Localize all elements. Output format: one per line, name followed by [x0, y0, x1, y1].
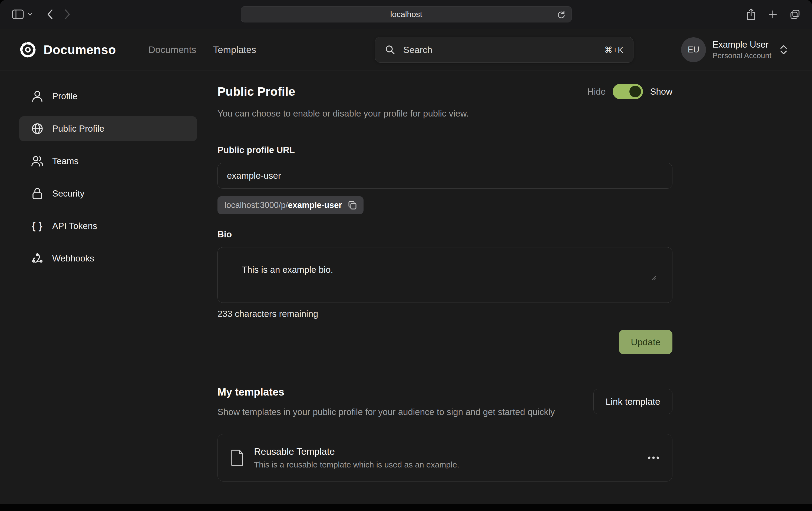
bio-textarea[interactable]: This is an example bio.: [218, 247, 672, 303]
globe-icon: [31, 123, 44, 134]
copy-icon[interactable]: [348, 201, 356, 210]
lock-icon: [31, 188, 44, 200]
top-nav: Documents Templates: [148, 44, 256, 55]
browser-toolbar: localhost: [0, 0, 812, 29]
toggle-knob: [630, 86, 641, 97]
nav-documents[interactable]: Documents: [148, 44, 196, 55]
chevrons-up-down-icon: [780, 44, 788, 55]
address-bar[interactable]: localhost: [241, 6, 572, 23]
sidebar-item-label: Webhooks: [52, 253, 94, 264]
my-templates-description: Show templates in your public profile fo…: [218, 405, 555, 419]
forward-button[interactable]: [64, 9, 70, 20]
bio-label: Bio: [218, 229, 672, 240]
profile-url-input[interactable]: [218, 163, 672, 189]
sidebar-item-public-profile[interactable]: Public Profile: [19, 116, 197, 141]
reload-icon[interactable]: [556, 10, 566, 20]
toggle-show-label: Show: [650, 87, 672, 97]
public-profile-panel: Public Profile Hide Show You can choose …: [218, 84, 672, 482]
account-menu[interactable]: EU Example User Personal Account: [681, 37, 788, 62]
nav-templates[interactable]: Templates: [213, 44, 256, 55]
page-subtitle: You can choose to enable or disable your…: [218, 109, 672, 119]
search-placeholder: Search: [403, 44, 433, 55]
search-input[interactable]: Search ⌘+K: [375, 37, 634, 63]
sidebar-item-label: Profile: [52, 91, 78, 101]
brand-logo[interactable]: Documenso: [19, 41, 116, 58]
profile-url-preview: localhost:3000/p/example-user: [218, 196, 364, 214]
sidebar-item-label: API Tokens: [52, 221, 97, 231]
chevron-down-icon[interactable]: [28, 13, 32, 16]
sidebar-item-teams[interactable]: Teams: [19, 149, 197, 174]
profile-visibility-toggle[interactable]: [613, 84, 643, 99]
sidebar-item-label: Public Profile: [52, 124, 105, 134]
sidebar-item-profile[interactable]: Profile: [19, 84, 197, 109]
browser-window: localhost Documenso Documents: [0, 0, 812, 511]
braces-icon: { }: [31, 220, 44, 232]
search-icon: [385, 44, 395, 55]
url-prefix: localhost:3000/p/: [225, 200, 288, 210]
webhook-icon: [31, 252, 44, 264]
template-card: Reusable Template This is a reusable tem…: [218, 434, 672, 482]
avatar: EU: [681, 37, 706, 62]
search-shortcut-badge: ⌘+K: [604, 45, 624, 55]
tabs-overview-icon[interactable]: [790, 9, 800, 20]
toggle-hide-label: Hide: [587, 87, 606, 97]
sidebar-item-label: Teams: [52, 156, 79, 166]
address-bar-url: localhost: [390, 10, 422, 19]
user-icon: [31, 90, 44, 102]
share-icon[interactable]: [747, 8, 756, 20]
sidebar-panel-icon[interactable]: [12, 9, 24, 19]
account-type: Personal Account: [713, 51, 772, 60]
link-template-button[interactable]: Link template: [593, 389, 672, 414]
brand-name: Documenso: [44, 42, 116, 57]
characters-remaining: 233 characters remaining: [218, 309, 672, 319]
window-bottom-edge: [0, 504, 812, 511]
update-button[interactable]: Update: [619, 330, 672, 354]
app-header: Documenso Documents Templates Search ⌘+K…: [0, 29, 812, 71]
back-button[interactable]: [47, 9, 53, 20]
bio-text: This is an example bio.: [242, 265, 333, 275]
sidebar-item-label: Security: [52, 188, 84, 199]
profile-visibility-toggle-group: Hide Show: [587, 84, 672, 99]
file-icon: [230, 449, 244, 466]
new-tab-icon[interactable]: [768, 10, 777, 19]
ellipsis-menu-button[interactable]: [647, 456, 660, 460]
page-title: Public Profile: [218, 85, 295, 99]
profile-url-label: Public profile URL: [218, 145, 672, 155]
url-slug: example-user: [288, 200, 342, 210]
resize-handle[interactable]: [651, 254, 670, 301]
sidebar-item-api-tokens[interactable]: { } API Tokens: [19, 214, 197, 238]
users-icon: [31, 155, 44, 167]
my-templates-title: My templates: [218, 386, 555, 398]
sidebar-item-security[interactable]: Security: [19, 181, 197, 206]
template-description: This is a reusable template which is use…: [254, 460, 459, 469]
settings-sidebar: Profile Public Profile Teams Security { …: [19, 84, 197, 271]
sidebar-item-webhooks[interactable]: Webhooks: [19, 246, 197, 271]
account-name: Example User: [713, 39, 772, 50]
documenso-logo-icon: [19, 41, 36, 58]
template-name: Reusable Template: [254, 446, 459, 457]
